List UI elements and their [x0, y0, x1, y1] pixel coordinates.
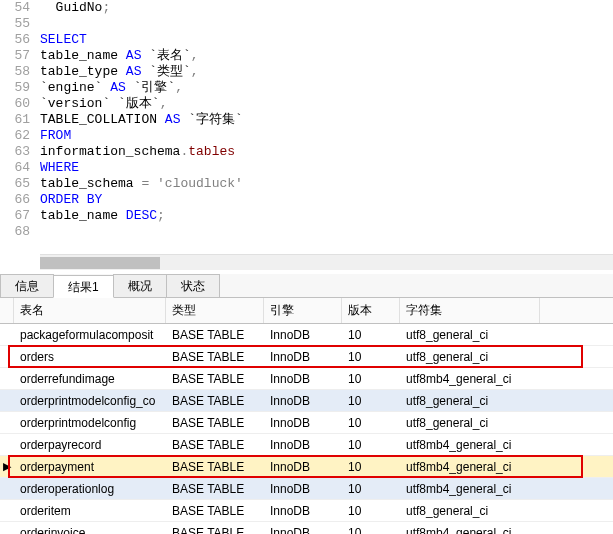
cell[interactable]: BASE TABLE	[166, 480, 264, 498]
cell[interactable]: 10	[342, 436, 400, 454]
cell[interactable]: 10	[342, 392, 400, 410]
code-line[interactable]: 64WHERE	[0, 160, 613, 176]
code-line[interactable]: 60`version` `版本`,	[0, 96, 613, 112]
cell[interactable]: utf8_general_ci	[400, 326, 540, 344]
cell[interactable]: BASE TABLE	[166, 370, 264, 388]
cell[interactable]: orderprintmodelconfig	[14, 414, 166, 432]
cell[interactable]: utf8_general_ci	[400, 348, 540, 366]
code-content[interactable]	[40, 224, 613, 240]
cell[interactable]: InnoDB	[264, 414, 342, 432]
code-line[interactable]: 61TABLE_COLLATION AS `字符集`	[0, 112, 613, 128]
code-line[interactable]: 59`engine` AS `引擎`,	[0, 80, 613, 96]
code-line[interactable]: 57table_name AS `表名`,	[0, 48, 613, 64]
cell[interactable]: BASE TABLE	[166, 326, 264, 344]
grid-header-col-2[interactable]: 引擎	[264, 298, 342, 323]
grid-header-col-1[interactable]: 类型	[166, 298, 264, 323]
cell[interactable]: orderitem	[14, 502, 166, 520]
code-content[interactable]: table_schema = 'cloudluck'	[40, 176, 613, 192]
cell[interactable]: 10	[342, 414, 400, 432]
code-content[interactable]: table_name AS `表名`,	[40, 48, 613, 64]
cell[interactable]: InnoDB	[264, 370, 342, 388]
code-content[interactable]	[40, 16, 613, 32]
grid-header-col-3[interactable]: 版本	[342, 298, 400, 323]
table-row[interactable]: orderinvoiceBASE TABLEInnoDB10utf8mb4_ge…	[0, 522, 613, 534]
cell[interactable]: orderinvoice	[14, 524, 166, 535]
code-line[interactable]: 68	[0, 224, 613, 240]
scrollbar-thumb[interactable]	[40, 257, 160, 269]
cell[interactable]: utf8mb4_general_ci	[400, 370, 540, 388]
code-line[interactable]: 58table_type AS `类型`,	[0, 64, 613, 80]
code-line[interactable]: 56SELECT	[0, 32, 613, 48]
code-content[interactable]: TABLE_COLLATION AS `字符集`	[40, 112, 613, 128]
code-content[interactable]: `version` `版本`,	[40, 96, 613, 112]
cell[interactable]: 10	[342, 326, 400, 344]
editor-scrollbar-horizontal[interactable]	[40, 254, 613, 270]
table-row[interactable]: ▶orderpaymentBASE TABLEInnoDB10utf8mb4_g…	[0, 456, 613, 478]
cell[interactable]: orderoperationlog	[14, 480, 166, 498]
cell[interactable]: BASE TABLE	[166, 348, 264, 366]
code-content[interactable]: FROM	[40, 128, 613, 144]
code-content[interactable]: SELECT	[40, 32, 613, 48]
cell[interactable]: utf8mb4_general_ci	[400, 458, 540, 476]
cell[interactable]: utf8_general_ci	[400, 392, 540, 410]
cell[interactable]: 10	[342, 524, 400, 535]
code-content[interactable]: table_type AS `类型`,	[40, 64, 613, 80]
code-content[interactable]: GuidNo;	[40, 0, 613, 16]
table-row[interactable]: orderpayrecordBASE TABLEInnoDB10utf8mb4_…	[0, 434, 613, 456]
cell[interactable]: 10	[342, 502, 400, 520]
table-row[interactable]: orderprintmodelconfig_coBASE TABLEInnoDB…	[0, 390, 613, 412]
cell[interactable]: utf8_general_ci	[400, 502, 540, 520]
tab-3[interactable]: 状态	[166, 274, 220, 297]
cell[interactable]: InnoDB	[264, 458, 342, 476]
cell[interactable]: packageformulacomposit	[14, 326, 166, 344]
cell[interactable]: InnoDB	[264, 326, 342, 344]
cell[interactable]: orderrefundimage	[14, 370, 166, 388]
code-content[interactable]: table_name DESC;	[40, 208, 613, 224]
cell[interactable]: orderpayment	[14, 458, 166, 476]
code-line[interactable]: 67table_name DESC;	[0, 208, 613, 224]
code-content[interactable]: information_schema.tables	[40, 144, 613, 160]
code-content[interactable]: ORDER BY	[40, 192, 613, 208]
cell[interactable]: InnoDB	[264, 502, 342, 520]
grid-header-col-0[interactable]: 表名	[14, 298, 166, 323]
cell[interactable]: BASE TABLE	[166, 502, 264, 520]
cell[interactable]: BASE TABLE	[166, 458, 264, 476]
code-line[interactable]: 55	[0, 16, 613, 32]
cell[interactable]: BASE TABLE	[166, 436, 264, 454]
table-row[interactable]: packageformulacompositBASE TABLEInnoDB10…	[0, 324, 613, 346]
code-line[interactable]: 63information_schema.tables	[0, 144, 613, 160]
cell[interactable]: utf8mb4_general_ci	[400, 436, 540, 454]
code-content[interactable]: WHERE	[40, 160, 613, 176]
table-row[interactable]: ordersBASE TABLEInnoDB10utf8_general_ci	[0, 346, 613, 368]
cell[interactable]: InnoDB	[264, 348, 342, 366]
tab-2[interactable]: 概况	[113, 274, 167, 297]
cell[interactable]: BASE TABLE	[166, 414, 264, 432]
cell[interactable]: 10	[342, 348, 400, 366]
table-row[interactable]: orderprintmodelconfigBASE TABLEInnoDB10u…	[0, 412, 613, 434]
code-line[interactable]: 62FROM	[0, 128, 613, 144]
tab-1[interactable]: 结果1	[53, 275, 114, 298]
cell[interactable]: utf8mb4_general_ci	[400, 524, 540, 535]
cell[interactable]: orders	[14, 348, 166, 366]
table-row[interactable]: orderrefundimageBASE TABLEInnoDB10utf8mb…	[0, 368, 613, 390]
cell[interactable]: utf8mb4_general_ci	[400, 480, 540, 498]
cell[interactable]: InnoDB	[264, 524, 342, 535]
cell[interactable]: 10	[342, 370, 400, 388]
cell[interactable]: BASE TABLE	[166, 392, 264, 410]
cell[interactable]: BASE TABLE	[166, 524, 264, 535]
cell[interactable]: InnoDB	[264, 436, 342, 454]
sql-editor[interactable]: 54 GuidNo;5556SELECT57table_name AS `表名`…	[0, 0, 613, 270]
code-line[interactable]: 65table_schema = 'cloudluck'	[0, 176, 613, 192]
cell[interactable]: InnoDB	[264, 392, 342, 410]
code-line[interactable]: 54 GuidNo;	[0, 0, 613, 16]
cell[interactable]: orderpayrecord	[14, 436, 166, 454]
cell[interactable]: utf8_general_ci	[400, 414, 540, 432]
code-content[interactable]: `engine` AS `引擎`,	[40, 80, 613, 96]
code-line[interactable]: 66ORDER BY	[0, 192, 613, 208]
table-row[interactable]: orderoperationlogBASE TABLEInnoDB10utf8m…	[0, 478, 613, 500]
cell[interactable]: orderprintmodelconfig_co	[14, 392, 166, 410]
table-row[interactable]: orderitemBASE TABLEInnoDB10utf8_general_…	[0, 500, 613, 522]
grid-header-col-4[interactable]: 字符集	[400, 298, 540, 323]
cell[interactable]: InnoDB	[264, 480, 342, 498]
tab-0[interactable]: 信息	[0, 274, 54, 297]
